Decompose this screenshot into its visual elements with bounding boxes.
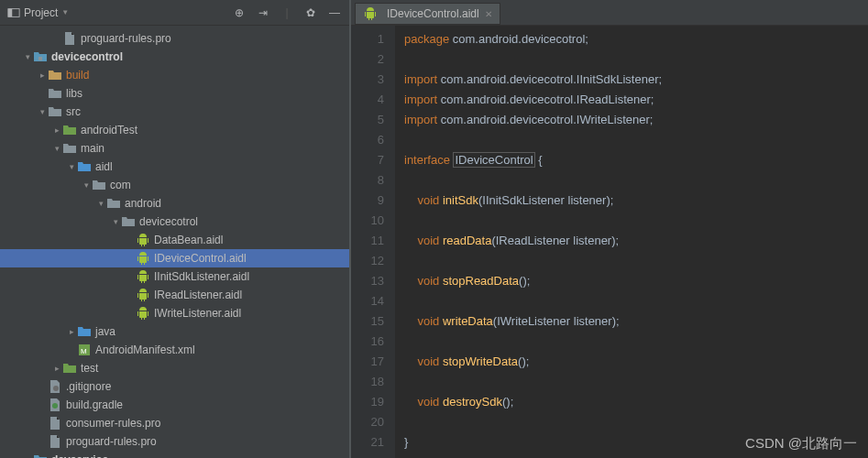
tree-item-label: consumer-rules.pro: [66, 417, 160, 430]
folder-java-icon: [62, 361, 77, 376]
editor-pane: IDeviceControl.aidl ✕ 123456789101112131…: [351, 0, 868, 458]
tree-item-label: com: [110, 179, 131, 191]
expand-arrow-icon[interactable]: ▸: [51, 125, 62, 135]
tree-item-label: main: [81, 142, 104, 155]
tree-item[interactable]: IWriteListener.aidl: [0, 304, 349, 322]
expand-arrow-icon[interactable]: ▸: [37, 71, 48, 80]
tree-item[interactable]: ▾devicecotrol: [0, 213, 349, 231]
tree-item-label: android: [125, 197, 161, 210]
tree-item[interactable]: ▸java: [0, 322, 349, 341]
folder-icon: [62, 141, 77, 156]
expand-arrow-icon[interactable]: ▾: [81, 180, 92, 190]
tab-label: IDeviceControl.aidl: [387, 7, 479, 20]
folder-blue-icon: [77, 159, 92, 174]
tree-item-label: libs: [66, 87, 82, 100]
collapse-icon[interactable]: ⇥: [256, 6, 270, 19]
project-dropdown[interactable]: Project ▼: [7, 6, 69, 19]
dropdown-arrow-icon: ▼: [61, 8, 69, 16]
tree-item-label: devservice: [51, 453, 108, 458]
aidl-icon: [136, 251, 150, 266]
module-icon: [33, 49, 48, 64]
folder-icon: [48, 104, 62, 119]
project-sidebar: Project ▼ ⊕ ⇥ | ✿ — proguard-rules.pro▾d…: [0, 0, 349, 458]
tree-item-label: aidl: [95, 160, 113, 173]
code-content[interactable]: package com.android.devicecotrol;import …: [395, 26, 868, 458]
expand-arrow-icon[interactable]: ▾: [37, 107, 48, 116]
expand-arrow-icon[interactable]: ▸: [51, 364, 62, 373]
tree-item[interactable]: DataBean.aidl: [0, 231, 349, 249]
expand-arrow-icon[interactable]: ▾: [95, 199, 106, 208]
editor-tab-bar: IDeviceControl.aidl ✕: [351, 0, 868, 26]
tree-item[interactable]: ▸devservice: [0, 451, 349, 458]
tree-item-label: proguard-rules.pro: [81, 32, 171, 45]
android-icon: [363, 6, 378, 21]
folder-icon: [48, 86, 62, 101]
expand-arrow-icon[interactable]: ▾: [51, 144, 62, 153]
sidebar-header: Project ▼ ⊕ ⇥ | ✿ —: [0, 0, 349, 26]
manifest-icon: M: [77, 343, 92, 357]
hide-icon[interactable]: —: [327, 6, 342, 19]
tree-item-label: build.gradle: [66, 398, 123, 411]
tree-item-label: androidTest: [81, 124, 137, 136]
tree-item[interactable]: ▸androidTest: [0, 121, 349, 139]
svg-point-5: [53, 386, 59, 391]
file-icon: [62, 31, 77, 46]
tree-item[interactable]: ▾aidl: [0, 158, 349, 176]
expand-arrow-icon[interactable]: ▾: [22, 52, 33, 61]
folder-icon: [92, 178, 106, 192]
code-area[interactable]: 123456789101112131415161718192021 packag…: [351, 26, 868, 458]
tree-item[interactable]: proguard-rules.pro: [0, 29, 349, 48]
aidl-icon: [136, 233, 150, 247]
expand-arrow-icon[interactable]: ▾: [66, 162, 77, 171]
watermark: CSDN @北路向一: [745, 435, 857, 453]
tree-item-label: devicecotrol: [139, 215, 198, 228]
tree-item-label: AndroidManifest.xml: [95, 344, 195, 356]
tree-item[interactable]: ▸test: [0, 359, 349, 377]
divider: |: [280, 6, 294, 19]
tree-item[interactable]: IReadListener.aidl: [0, 286, 349, 304]
tree-item-label: IWriteListener.aidl: [154, 307, 241, 320]
tree-item[interactable]: proguard-rules.pro: [0, 432, 349, 451]
line-gutter: 123456789101112131415161718192021: [351, 26, 395, 458]
tree-item[interactable]: build.gradle: [0, 396, 349, 414]
tree-item-label: .gitignore: [66, 380, 111, 393]
tree-item-label: IReadListener.aidl: [154, 289, 242, 301]
tree-item[interactable]: ▾com: [0, 176, 349, 194]
tree-item[interactable]: MAndroidManifest.xml: [0, 341, 349, 359]
tree-item[interactable]: ▾src: [0, 103, 349, 121]
tree-item[interactable]: ▸build: [0, 66, 349, 84]
gitignore-icon: [48, 379, 62, 394]
tree-item-label: IInitSdkListener.aidl: [154, 270, 249, 283]
gradle-icon: [48, 398, 62, 412]
file-icon: [48, 434, 62, 449]
project-tree[interactable]: proguard-rules.pro▾devicecontrol▸buildli…: [0, 26, 349, 458]
tree-item[interactable]: libs: [0, 84, 349, 103]
tree-item-label: DataBean.aidl: [154, 234, 223, 246]
expand-arrow-icon[interactable]: ▸: [66, 327, 77, 336]
tree-item-label: test: [81, 362, 98, 375]
tree-item[interactable]: ▾android: [0, 194, 349, 213]
locate-icon[interactable]: ⊕: [232, 6, 247, 19]
expand-arrow-icon[interactable]: ▾: [110, 217, 121, 226]
close-icon[interactable]: ✕: [485, 9, 492, 19]
tree-item[interactable]: consumer-rules.pro: [0, 414, 349, 432]
tree-item[interactable]: IInitSdkListener.aidl: [0, 267, 349, 286]
tree-item[interactable]: IDeviceControl.aidl: [0, 249, 349, 267]
tree-item[interactable]: ▾devicecontrol: [0, 48, 349, 66]
svg-rect-1: [8, 8, 12, 16]
tree-item-label: IDeviceControl.aidl: [154, 252, 247, 265]
tree-item-label: proguard-rules.pro: [66, 435, 157, 448]
folder-icon: [121, 214, 136, 229]
tree-item[interactable]: ▾main: [0, 139, 349, 158]
svg-rect-2: [38, 57, 42, 60]
project-label: Project: [24, 6, 58, 19]
tree-item-label: src: [66, 105, 81, 118]
file-icon: [48, 416, 62, 431]
tree-item[interactable]: .gitignore: [0, 377, 349, 396]
folder-icon: [106, 196, 121, 211]
folder-java-icon: [62, 123, 77, 137]
settings-icon[interactable]: ✿: [303, 6, 318, 19]
editor-tab[interactable]: IDeviceControl.aidl ✕: [355, 3, 500, 25]
folder-blue-icon: [77, 324, 92, 339]
aidl-icon: [136, 288, 150, 302]
